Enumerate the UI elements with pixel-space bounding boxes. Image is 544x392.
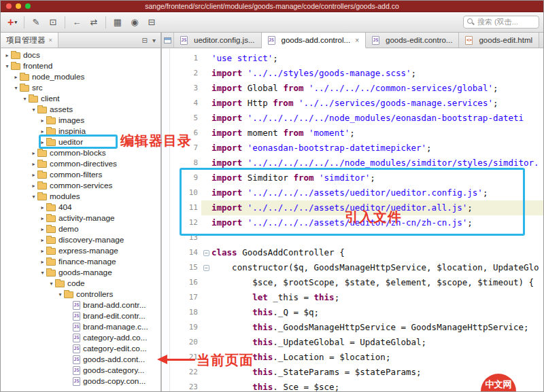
tree-item-modules[interactable]: ▾modules — [1, 191, 160, 202]
back-icon[interactable]: ← — [69, 15, 84, 30]
search-input[interactable]: 搜索 (双击... — [463, 16, 539, 29]
twisty-icon[interactable]: ▸ — [30, 150, 37, 156]
tree-item-activity-manage[interactable]: ▸activity-manage — [1, 213, 160, 224]
twisty-icon[interactable]: ▸ — [30, 161, 37, 167]
editor-tab-goods-edit-contro[interactable]: goods-edit.contro... — [366, 33, 459, 48]
twisty-icon[interactable]: ▸ — [39, 215, 46, 221]
twisty-icon[interactable]: ▸ — [30, 172, 37, 178]
code-line-2[interactable]: 2import '../../styles/goods-manage.scss'… — [170, 66, 543, 81]
code-line-18[interactable]: 18 this._Q = $q; — [170, 305, 543, 320]
code-line-13[interactable]: 13 — [170, 230, 543, 245]
code-line-7[interactable]: 7import 'eonasdan-bootstrap-datetimepick… — [170, 141, 543, 156]
tree-item-common-filters[interactable]: ▸common-filters — [1, 169, 160, 180]
save-icon[interactable]: ⊡ — [46, 15, 61, 30]
tree-item-brand-edit-contr[interactable]: brand-edit.contr... — [1, 310, 160, 321]
code-line-1[interactable]: 1'use strict'; — [170, 51, 543, 66]
tree-item-docs[interactable]: ▸docs — [1, 50, 160, 60]
twisty-icon[interactable]: ▾ — [30, 194, 37, 200]
close-window-button[interactable] — [6, 3, 12, 9]
tree-item-brand-manage-c[interactable]: brand-manage.c... — [1, 321, 160, 332]
tree-item-finance-manage[interactable]: ▸finance-manage — [1, 256, 160, 267]
fold-gutter[interactable]: − — [201, 260, 211, 275]
code-line-14[interactable]: 14−class GoodsAddController { — [170, 245, 543, 260]
tree-item-frontend[interactable]: ▾frontend — [1, 60, 160, 71]
tree-item-goods-copy-con[interactable]: goods-copy.con... — [1, 376, 160, 387]
twisty-icon[interactable]: ▸ — [39, 204, 46, 211]
code-line-21[interactable]: 21 this._Location = $location; — [170, 350, 543, 365]
twisty-icon[interactable]: ▾ — [30, 107, 37, 113]
twisty-icon[interactable]: ▸ — [39, 259, 46, 265]
twisty-icon[interactable]: ▸ — [39, 248, 46, 254]
tree-item-common-directives[interactable]: ▸common-directives — [1, 158, 160, 169]
code-line-19[interactable]: 19 this._GoodsManageHttpService = GoodsM… — [170, 320, 543, 335]
tree-item-404[interactable]: ▸404 — [1, 202, 160, 213]
code-line-15[interactable]: 15− constructor($q, GoodsManageHttpServi… — [170, 260, 543, 275]
tree-item-inspinia[interactable]: ▸inspinia — [1, 126, 160, 137]
code-editor[interactable]: 1'use strict';2import '../../styles/good… — [162, 48, 543, 392]
twisty-icon[interactable]: ▾ — [21, 96, 29, 102]
grid-icon[interactable]: ▦ — [110, 15, 125, 30]
tree-item-ueditor[interactable]: ▸ueditor — [1, 137, 160, 147]
twisty-icon[interactable]: ▸ — [39, 226, 46, 232]
explorer-view-tab[interactable]: 项目管理器 × — [1, 33, 58, 48]
code-line-5[interactable]: 5import '../../../../../node_modules/eon… — [170, 111, 543, 126]
twisty-icon[interactable]: ▾ — [56, 291, 64, 298]
zoom-window-button[interactable] — [25, 3, 31, 9]
code-line-6[interactable]: 6import moment from 'moment'; — [170, 126, 543, 141]
tree-item-goods-manage[interactable]: ▾goods-manage — [1, 267, 160, 278]
code-line-8[interactable]: 8import '../../../../../../node_modules/… — [170, 156, 543, 171]
editor-tab-ueditor-config-js[interactable]: ueditor.config.js... — [174, 33, 262, 48]
twisty-icon[interactable]: ▾ — [12, 85, 20, 91]
collapse-icon[interactable]: ⊟ — [144, 15, 159, 30]
twisty-icon[interactable]: ▾ — [48, 281, 55, 287]
twisty-icon[interactable]: ▸ — [39, 237, 46, 243]
code-line-10[interactable]: 10import '../../../../assets/ueditor/ued… — [170, 185, 543, 200]
minimize-window-button[interactable] — [16, 3, 21, 9]
code-line-16[interactable]: 16 $sce, $rootScope, $state, $element, $… — [170, 275, 543, 290]
tree-item-brand-add-contr[interactable]: brand-add.contr... — [1, 300, 160, 310]
edit-icon[interactable]: ✎ — [29, 15, 44, 30]
code-line-3[interactable]: 3import Global from '../../../../common-… — [170, 81, 543, 96]
tree-item-express-manage[interactable]: ▸express-manage — [1, 245, 160, 256]
tree-item-node-modules[interactable]: ▸node_modules — [1, 71, 160, 82]
tree-item-common-services[interactable]: ▸common-services — [1, 180, 160, 191]
editor-tab-goods-add-control[interactable]: goods-add.control...× — [262, 33, 367, 48]
fold-collapse-icon[interactable]: − — [203, 265, 209, 271]
twisty-icon[interactable]: ▾ — [39, 270, 46, 276]
tree-item-goods-add-cont[interactable]: goods-add.cont... — [1, 354, 160, 365]
tree-item-src[interactable]: ▾src — [1, 82, 160, 93]
twisty-icon[interactable]: ▸ — [39, 118, 46, 124]
tree-item-controllers[interactable]: ▾controllers — [1, 289, 160, 300]
tree-item-category-edit-co[interactable]: category-edit.co... — [1, 343, 160, 354]
code-line-20[interactable]: 20 this._UpdateGlobal = UpdateGlobal; — [170, 335, 543, 350]
fold-collapse-icon[interactable]: − — [203, 250, 209, 256]
tree-item-client[interactable]: ▾client — [1, 93, 160, 104]
twisty-icon[interactable]: ▸ — [39, 139, 46, 145]
code-line-4[interactable]: 4import Http from '../../services/goods-… — [170, 96, 543, 111]
code-line-17[interactable]: 17 let _this = this; — [170, 290, 543, 305]
twisty-icon[interactable]: ▸ — [12, 74, 20, 80]
tree-item-common-blocks[interactable]: ▸common-blocks — [1, 147, 160, 158]
tree-item-discovery-manage[interactable]: ▸discovery-manage — [1, 234, 160, 245]
code-line-11[interactable]: 11import '../../../../assets/ueditor/ued… — [170, 200, 543, 215]
twisty-icon[interactable]: ▸ — [30, 183, 37, 189]
collapse-all-icon[interactable]: ⊟ — [142, 37, 148, 44]
tree-item-demo[interactable]: ▸demo — [1, 224, 160, 234]
code-line-12[interactable]: 12import '../../../../assets/ueditor/zh-… — [170, 215, 543, 230]
close-tab-button[interactable]: × — [355, 37, 359, 44]
editor-tab-goods-edit-html[interactable]: goods-edit.html — [459, 33, 539, 48]
tree-item-goods-category[interactable]: goods-category... — [1, 365, 160, 376]
tree-item-code[interactable]: ▾code — [1, 278, 160, 289]
code-line-9[interactable]: 9import Simditor from 'simditor'; — [170, 171, 543, 185]
swap-arrows-icon[interactable]: ⇄ — [86, 15, 101, 30]
twisty-icon[interactable]: ▸ — [39, 128, 46, 135]
twisty-icon[interactable]: ▸ — [3, 52, 11, 58]
fold-gutter[interactable]: − — [201, 245, 211, 260]
tree-item-assets[interactable]: ▾assets — [1, 104, 160, 115]
run-icon[interactable]: ◉ — [127, 15, 142, 30]
view-menu-icon[interactable]: ▾ — [152, 37, 156, 44]
new-button[interactable]: +▾ — [5, 15, 20, 30]
twisty-icon[interactable]: ▾ — [3, 63, 11, 69]
close-view-icon[interactable]: × — [49, 37, 52, 43]
tree-item-images[interactable]: ▸images — [1, 115, 160, 126]
